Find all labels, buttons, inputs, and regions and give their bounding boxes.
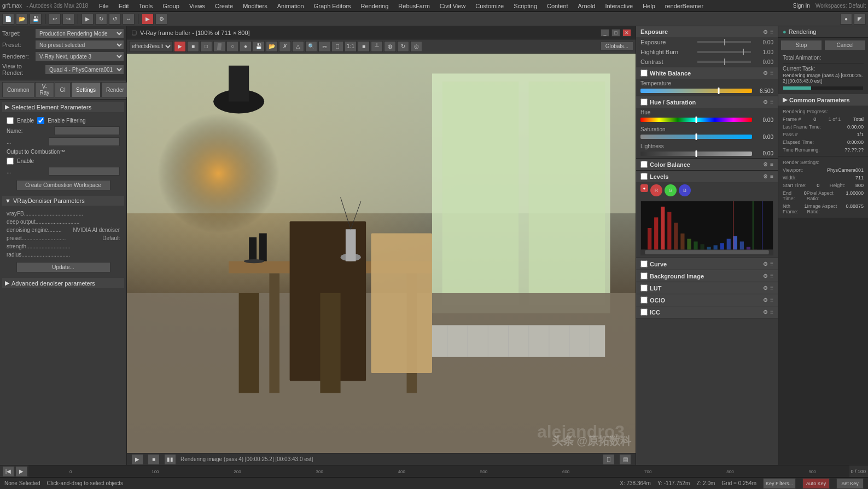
hue-sat-settings-icon[interactable]: ⚙: [763, 99, 768, 105]
icc-settings-icon[interactable]: ⚙: [763, 309, 768, 315]
menu-create[interactable]: Create: [211, 2, 237, 10]
levels-g-btn[interactable]: G: [665, 184, 677, 196]
exposure-menu-icon[interactable]: ≡: [770, 29, 773, 35]
white-balance-checkbox[interactable]: [640, 69, 648, 77]
levels-r-btn[interactable]: R: [650, 184, 662, 196]
ocio-menu-icon[interactable]: ≡: [770, 297, 773, 303]
name-input[interactable]: VRayDenoiser: [54, 126, 120, 135]
color-correct-btn[interactable]: ◍: [384, 41, 396, 52]
menu-customize[interactable]: Customize: [471, 2, 508, 10]
levels-checkbox[interactable]: [640, 173, 648, 180]
sign-in-btn[interactable]: Sign In: [789, 2, 814, 10]
menu-arnold[interactable]: Arnold: [574, 2, 600, 10]
maximize-btn[interactable]: □: [611, 29, 620, 37]
curve-settings-icon[interactable]: ⚙: [763, 261, 768, 267]
circle-btn[interactable]: ○: [226, 41, 238, 52]
curve-menu-icon[interactable]: ≡: [770, 261, 773, 267]
close-btn[interactable]: ✕: [622, 29, 631, 37]
saturation-slider[interactable]: [640, 135, 752, 139]
fit-btn[interactable]: ⎕: [331, 41, 343, 52]
cb-menu-icon[interactable]: ≡: [770, 161, 773, 167]
contrast-slider[interactable]: [697, 61, 751, 63]
icc-checkbox[interactable]: [640, 308, 648, 316]
tab-settings[interactable]: Settings: [71, 82, 101, 97]
pixel-info-btn[interactable]: ■: [358, 41, 370, 52]
lut-header[interactable]: LUT ⚙ ≡: [636, 282, 778, 294]
lut-settings-icon[interactable]: ⚙: [763, 285, 768, 291]
renderer-select[interactable]: V-Ray Next, update 3: [35, 51, 124, 61]
menu-renderbeamer[interactable]: renderBeamer: [661, 2, 708, 10]
globals-btn[interactable]: Globals...: [601, 42, 633, 51]
menu-edit[interactable]: Edit: [114, 2, 133, 10]
output-ellipsis-btn[interactable]: ...: [7, 168, 11, 174]
tab-gi[interactable]: GI: [55, 82, 71, 97]
1x1-btn[interactable]: 1:1: [345, 41, 357, 52]
rotate-btn[interactable]: ↺: [109, 14, 121, 25]
exposure-settings-icon[interactable]: ⚙: [763, 29, 768, 35]
hue-sat-checkbox[interactable]: [640, 98, 648, 106]
hue-sat-menu-icon[interactable]: ≡: [770, 99, 773, 105]
highlight-burn-slider[interactable]: [697, 51, 751, 53]
move-btn[interactable]: ↻: [95, 14, 107, 25]
tab-render[interactable]: Render: [101, 82, 129, 97]
wb-settings-icon[interactable]: ⚙: [763, 70, 768, 76]
open-file-btn[interactable]: 📂: [16, 14, 28, 25]
key-filters-btn[interactable]: Key Filters...: [763, 478, 796, 489]
render-selected-btn[interactable]: □: [200, 41, 212, 52]
menu-group[interactable]: Group: [158, 2, 184, 10]
ocio-settings-icon[interactable]: ⚙: [763, 297, 768, 303]
pan-btn[interactable]: ⚎: [318, 41, 330, 52]
render-crop-btn[interactable]: ▒: [213, 41, 225, 52]
preset-select[interactable]: No preset selected: [35, 40, 124, 50]
undo-btn[interactable]: ↩: [49, 14, 61, 25]
hue-slider[interactable]: [640, 118, 752, 122]
levels-b-btn[interactable]: B: [679, 184, 691, 196]
output-path-input[interactable]: [49, 167, 120, 176]
history-btn[interactable]: ↻: [397, 41, 409, 52]
minimize-btn[interactable]: _: [601, 29, 609, 37]
enable-filtering-checkbox[interactable]: [37, 117, 44, 124]
clear-btn[interactable]: ✗: [279, 41, 291, 52]
color-balance-checkbox[interactable]: [640, 161, 648, 168]
black-circle-btn[interactable]: ●: [240, 41, 252, 52]
ellipsis-btn[interactable]: ...: [7, 139, 11, 145]
angle-snap-btn[interactable]: ◤: [854, 14, 866, 25]
set-key-btn[interactable]: Set Key: [836, 478, 864, 489]
color-balance-header[interactable]: Color Balance ⚙ ≡: [636, 159, 778, 170]
play-btn[interactable]: ▶: [131, 454, 143, 465]
menu-civil-view[interactable]: Civil View: [435, 2, 470, 10]
clone-btn[interactable]: △: [292, 41, 304, 52]
temperature-slider[interactable]: [640, 89, 752, 93]
curve-checkbox[interactable]: [640, 260, 648, 267]
cb-settings-icon[interactable]: ⚙: [763, 161, 768, 167]
icc-header[interactable]: ICC ⚙ ≡: [636, 306, 778, 318]
view-to-render-select[interactable]: Quad 4 - PhysCamera001: [45, 65, 124, 74]
levels-settings-icon[interactable]: ⚙: [763, 173, 768, 179]
menu-rendering[interactable]: Rendering: [357, 2, 393, 10]
pause-btn[interactable]: ▮▮: [164, 454, 176, 465]
target-select[interactable]: Production Rendering Mode: [35, 28, 124, 38]
levels-menu-icon[interactable]: ≡: [770, 173, 773, 179]
output-enable-checkbox[interactable]: [7, 158, 14, 165]
ocio-header[interactable]: OCIO ⚙ ≡: [636, 294, 778, 306]
scale-btn[interactable]: ↔: [123, 14, 135, 25]
save-btn[interactable]: 💾: [30, 14, 42, 25]
auto-key-btn[interactable]: Auto Key: [802, 478, 830, 489]
white-balance-header[interactable]: White Balance ⚙ ≡: [636, 67, 778, 79]
timeline-play-btn[interactable]: ▶: [15, 466, 27, 477]
ocio-checkbox[interactable]: [640, 296, 648, 304]
save-image-btn[interactable]: 💾: [253, 41, 265, 52]
tab-common[interactable]: Common: [2, 82, 34, 97]
levels-rgb-btn[interactable]: ●: [640, 184, 648, 192]
lens-btn[interactable]: ◎: [410, 41, 422, 52]
effects-dropdown[interactable]: effectsResult: [129, 41, 173, 52]
vray-denoiser-header[interactable]: ▼ VRayDenoiser Parameters: [2, 196, 124, 206]
menu-file[interactable]: File: [95, 2, 113, 10]
menu-graph-editors[interactable]: Graph Editors: [310, 2, 356, 10]
select-btn[interactable]: ▶: [81, 14, 94, 25]
cancel-btn[interactable]: Cancel: [824, 40, 866, 50]
background-image-checkbox[interactable]: [640, 272, 648, 280]
timeline-prev-btn[interactable]: |◀: [2, 466, 14, 477]
path-input[interactable]: [49, 137, 120, 146]
render-region-btn[interactable]: ■: [187, 41, 199, 52]
